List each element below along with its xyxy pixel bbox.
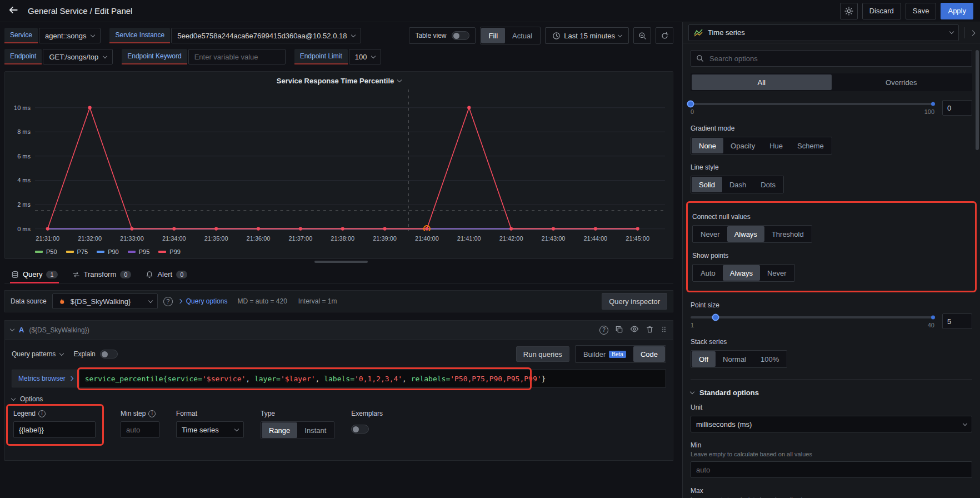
query-ref-id[interactable]: A xyxy=(19,326,24,334)
show-points-group-auto[interactable]: Auto xyxy=(693,265,723,281)
slider-handle[interactable] xyxy=(687,101,694,108)
drag-query-handle[interactable] xyxy=(661,325,667,335)
show-points-group-always[interactable]: Always xyxy=(723,265,760,281)
exemplars-toggle[interactable] xyxy=(351,425,369,434)
zoom-out-button[interactable] xyxy=(633,27,651,44)
collapse-pane-button[interactable] xyxy=(971,28,974,37)
gradient-mode-group-hue[interactable]: Hue xyxy=(762,138,790,153)
unit-select[interactable]: milliseconds (ms) xyxy=(691,416,972,432)
apply-button[interactable]: Apply xyxy=(941,3,973,19)
back-button[interactable] xyxy=(7,5,20,17)
fill-opacity-value[interactable] xyxy=(942,100,972,116)
panel-header[interactable]: Service Response Time Percentile xyxy=(5,72,673,89)
tab-alert[interactable]: Alert 0 xyxy=(144,266,188,283)
visualization-picker[interactable]: Time series xyxy=(688,24,959,41)
stack-series-group-100-[interactable]: 100% xyxy=(753,351,786,367)
legend-item-p90[interactable]: P90 xyxy=(97,248,119,255)
endpoint-variable-dropdown[interactable]: GET:/songs/top xyxy=(43,49,113,64)
options-scope-tabs-all[interactable]: All xyxy=(692,74,832,90)
editor-mode-builder[interactable]: Builder Beta xyxy=(576,346,633,362)
line-style-group-solid[interactable]: Solid xyxy=(692,177,722,192)
time-range-picker[interactable]: Last 15 minutes xyxy=(545,27,629,44)
instance-variable-dropdown[interactable]: 5eed0e5758a244aca6e7699415d360aa@10.52.0… xyxy=(171,28,361,43)
show-points-group-never[interactable]: Never xyxy=(760,265,794,281)
point-size-value[interactable] xyxy=(942,313,972,329)
fill-actual-group-actual[interactable]: Actual xyxy=(505,28,539,43)
service-variable-dropdown[interactable]: agent::songs xyxy=(39,28,101,43)
connect-nulls-group-never[interactable]: Never xyxy=(693,226,727,242)
datasource-value: ${DS_SkyWalking} xyxy=(71,297,131,306)
query-patterns-dropdown[interactable]: Query patterns xyxy=(12,350,63,358)
fill-opacity-option: 0 100 xyxy=(691,100,972,116)
point-size-slider[interactable] xyxy=(691,316,934,318)
tab-transform[interactable]: Transform 0 xyxy=(71,266,133,283)
refresh-button[interactable] xyxy=(656,27,673,44)
chevron-down-icon xyxy=(618,32,622,37)
table-view-control: Table view xyxy=(409,27,476,44)
explain-label: Explain xyxy=(73,350,95,358)
query-editor-card: A (${DS_SkyWalking}) ? xyxy=(4,320,673,461)
datasource-picker[interactable]: ${DS_SkyWalking} xyxy=(52,293,158,309)
search-options-input[interactable] xyxy=(708,54,967,63)
explain-toggle[interactable] xyxy=(100,350,118,358)
query-inspector-button[interactable]: Query inspector xyxy=(602,293,667,310)
endpoint-limit-dropdown[interactable]: 100 xyxy=(349,49,382,64)
legend-item-p75[interactable]: P75 xyxy=(66,248,88,255)
endpoint-keyword-input[interactable] xyxy=(188,49,286,64)
connect-nulls-group-always[interactable]: Always xyxy=(727,226,764,242)
disable-query-button[interactable] xyxy=(630,325,639,335)
panel-settings-button[interactable] xyxy=(840,3,858,19)
metrics-browser-button[interactable]: Metrics browser xyxy=(12,370,79,387)
duplicate-query-button[interactable] xyxy=(615,325,623,335)
fill-actual-group-fill[interactable]: Fill xyxy=(481,28,505,43)
connect-nulls-group-threshold[interactable]: Threshold xyxy=(764,226,811,242)
gradient-mode-group-none[interactable]: None xyxy=(692,138,723,153)
fill-opacity-slider[interactable] xyxy=(691,103,934,105)
tab-transform-label: Transform xyxy=(84,270,117,278)
gradient-mode-group-opacity[interactable]: Opacity xyxy=(723,138,762,153)
editor-mode-code[interactable]: Code xyxy=(633,346,665,362)
chevron-down-icon xyxy=(351,32,356,37)
line-style-group-dash[interactable]: Dash xyxy=(722,177,753,192)
format-select[interactable]: Time series xyxy=(176,421,244,438)
discard-button[interactable]: Discard xyxy=(862,3,901,19)
query-options-toggle[interactable]: Query options xyxy=(178,297,228,305)
tab-query[interactable]: Query 1 xyxy=(10,266,59,283)
format-label: Format xyxy=(176,410,197,417)
x-axis-label: 21:36:00 xyxy=(247,235,271,242)
pane-scrollbar[interactable] xyxy=(976,50,979,150)
gradient-mode-group-scheme[interactable]: Scheme xyxy=(790,138,831,153)
type-toggle-group-instant[interactable]: Instant xyxy=(297,422,333,438)
type-toggle-group-range[interactable]: Range xyxy=(262,422,297,438)
collapse-query-chevron-icon[interactable] xyxy=(10,327,14,331)
refresh-icon xyxy=(661,32,669,40)
panel-options-pane: Time series AllOverrides 0 10 xyxy=(682,22,980,498)
query-options-collapse[interactable]: Options xyxy=(12,395,43,403)
stack-series-group-normal[interactable]: Normal xyxy=(716,351,753,367)
stack-series-group-off[interactable]: Off xyxy=(692,351,716,367)
standard-options-section[interactable]: Standard options xyxy=(691,380,759,398)
gradient-mode-group: NoneOpacityHueScheme xyxy=(691,137,832,155)
x-axis-label: 21:34:00 xyxy=(162,235,186,242)
min-step-input[interactable] xyxy=(121,421,159,438)
legend-item-p99[interactable]: P99 xyxy=(158,248,181,255)
plot-area[interactable] xyxy=(35,89,665,235)
options-scope-tabs-overrides[interactable]: Overrides xyxy=(832,74,972,90)
info-icon: i xyxy=(38,410,46,417)
resize-handle[interactable] xyxy=(314,261,368,263)
query-help-icon[interactable]: ? xyxy=(599,326,608,335)
line-style-group-dots[interactable]: Dots xyxy=(753,177,783,192)
transform-count-badge: 0 xyxy=(120,271,131,278)
legend-item-p50[interactable]: P50 xyxy=(35,248,57,255)
promql-expression-input[interactable]: service_percentile{service='$service', l… xyxy=(79,370,666,387)
slider-handle[interactable] xyxy=(712,314,719,321)
min-input[interactable] xyxy=(691,461,972,478)
datasource-help-icon[interactable]: ? xyxy=(163,297,173,306)
legend-input[interactable] xyxy=(13,421,96,438)
delete-query-button[interactable] xyxy=(646,325,654,335)
table-view-toggle[interactable] xyxy=(452,31,469,40)
run-queries-button[interactable]: Run queries xyxy=(516,346,569,362)
save-button[interactable]: Save xyxy=(906,3,937,19)
legend-item-p95[interactable]: P95 xyxy=(128,248,150,255)
chevron-down-icon xyxy=(11,396,16,400)
